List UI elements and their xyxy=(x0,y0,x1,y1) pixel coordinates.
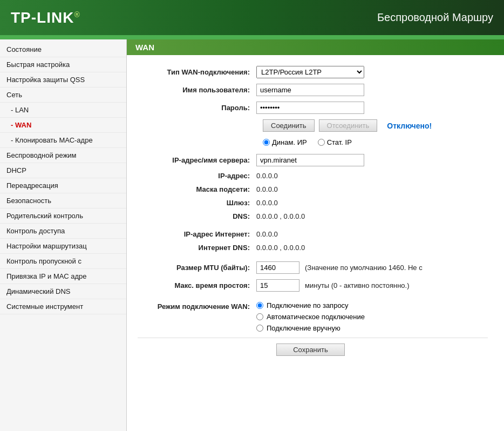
username-label: Имя пользователя: xyxy=(138,86,256,94)
sidebar-item-status[interactable]: Состояние xyxy=(0,42,126,57)
save-button[interactable]: Сохранить xyxy=(276,344,345,356)
idle-input[interactable] xyxy=(256,279,299,292)
mode-radio-group: Подключение по запросу Автоматическое по… xyxy=(256,301,365,332)
ip-row: IP-адрес: 0.0.0.0 xyxy=(138,172,488,180)
content-area: WAN Тип WAN-подключения: L2TP/Россия L2T… xyxy=(127,39,504,431)
green-bar xyxy=(0,35,504,39)
idle-row: Макс. время простоя: минуты (0 - активно… xyxy=(138,279,488,292)
idle-label: Макс. время простоя: xyxy=(138,281,256,289)
dns-row: DNS: 0.0.0.0 , 0.0.0.0 xyxy=(138,212,488,220)
sidebar-item-parental[interactable]: Родительский контроль xyxy=(0,208,126,224)
internet-dns-value: 0.0.0.0 , 0.0.0.0 xyxy=(256,244,305,252)
sidebar: СостояниеБыстрая настройкаНастройка защи… xyxy=(0,39,127,431)
internet-dns-label: Интернет DNS: xyxy=(138,244,256,252)
sidebar-item-wan[interactable]: - WAN xyxy=(0,118,126,133)
wan-type-select[interactable]: L2TP/Россия L2TP xyxy=(256,66,364,78)
sidebar-item-mac-clone[interactable]: - Клонировать МАС-адре xyxy=(0,133,126,148)
header-title: Беспроводной Маршру xyxy=(377,11,493,24)
internet-dns-row: Интернет DNS: 0.0.0.0 , 0.0.0.0 xyxy=(138,244,488,252)
sidebar-item-network[interactable]: Сеть xyxy=(0,87,126,103)
mtu-label: Размер MTU (байты): xyxy=(138,264,256,272)
sidebar-item-ddns[interactable]: Динамический DNS xyxy=(0,284,126,299)
connection-status: Отключено! xyxy=(387,122,432,130)
dns-label: DNS: xyxy=(138,212,256,220)
gateway-label: Шлюз: xyxy=(138,199,256,207)
sidebar-item-security[interactable]: Безопасность xyxy=(0,193,126,208)
wan-type-label: Тип WAN-подключения: xyxy=(138,68,256,76)
mode-label: Режим подключение WAN: xyxy=(138,301,256,311)
mode-option2-label[interactable]: Автоматическое подключение xyxy=(256,313,365,321)
connect-button[interactable]: Соединить xyxy=(263,119,315,132)
connect-buttons-row: Соединить Отсоединить Отключено! xyxy=(263,119,488,132)
mode-option1-radio[interactable] xyxy=(256,302,263,309)
sidebar-item-forwarding[interactable]: Переадресация xyxy=(0,178,126,193)
mode-option1-label[interactable]: Подключение по запросу xyxy=(256,301,365,309)
gateway-value: 0.0.0.0 xyxy=(256,199,278,207)
server-ip-row: IP-адрес/имя сервера: xyxy=(138,154,488,166)
ip-value: 0.0.0.0 xyxy=(256,172,278,180)
username-input[interactable] xyxy=(256,84,364,96)
ip-type-row: Динам. ИP Стат. IP xyxy=(263,138,488,146)
sidebar-item-routing[interactable]: Настройки маршрутизац xyxy=(0,239,126,254)
idle-hint: минуты (0 - активно постоянно.) xyxy=(305,281,409,289)
internet-ip-value: 0.0.0.0 xyxy=(256,230,278,238)
dynamic-ip-radio[interactable] xyxy=(263,139,270,146)
form-area: Тип WAN-подключения: L2TP/Россия L2TP Им… xyxy=(127,55,504,364)
mtu-row: Размер MTU (байты): (Значение по умолчан… xyxy=(138,261,488,274)
server-ip-input[interactable] xyxy=(256,154,364,166)
internet-ip-label: IP-адрес Интернет: xyxy=(138,230,256,238)
server-ip-label: IP-адрес/имя сервера: xyxy=(138,156,256,164)
sidebar-item-ip-mac[interactable]: Привязка IP и МАС адре xyxy=(0,269,126,284)
gateway-row: Шлюз: 0.0.0.0 xyxy=(138,199,488,207)
sidebar-item-access-control[interactable]: Контроль доступа xyxy=(0,224,126,239)
sidebar-item-quick-setup[interactable]: Быстрая настройка xyxy=(0,57,126,72)
ip-label: IP-адрес: xyxy=(138,172,256,180)
main-layout: СостояниеБыстрая настройкаНастройка защи… xyxy=(0,39,504,431)
mode-option3-label[interactable]: Подключение вручную xyxy=(256,324,365,332)
static-ip-label[interactable]: Стат. IP xyxy=(318,138,352,146)
sidebar-item-lan[interactable]: - LAN xyxy=(0,103,126,118)
page-title: WAN xyxy=(127,39,504,55)
sidebar-item-bandwidth[interactable]: Контроль пропускной с xyxy=(0,254,126,269)
disconnect-button[interactable]: Отсоединить xyxy=(319,119,378,132)
subnet-label: Маска подсети: xyxy=(138,185,256,193)
mtu-input[interactable] xyxy=(256,261,299,274)
internet-ip-row: IP-адрес Интернет: 0.0.0.0 xyxy=(138,230,488,238)
sidebar-item-system-tools[interactable]: Системные инструмент xyxy=(0,299,126,314)
static-ip-radio[interactable] xyxy=(318,139,325,146)
sidebar-item-qss[interactable]: Настройка защиты QSS xyxy=(0,72,126,87)
sidebar-item-wireless[interactable]: Беспроводной режим xyxy=(0,148,126,163)
wan-type-row: Тип WAN-подключения: L2TP/Россия L2TP xyxy=(138,66,488,78)
subnet-value: 0.0.0.0 xyxy=(256,185,278,193)
dynamic-ip-label[interactable]: Динам. ИP xyxy=(263,138,307,146)
mode-row: Режим подключение WAN: Подключение по за… xyxy=(138,301,488,332)
subnet-row: Маска подсети: 0.0.0.0 xyxy=(138,185,488,193)
password-row: Пароль: xyxy=(138,102,488,114)
sidebar-item-dhcp[interactable]: DHCP xyxy=(0,163,126,178)
password-input[interactable] xyxy=(256,102,364,114)
mode-option2-radio[interactable] xyxy=(256,313,263,320)
mode-option3-radio[interactable] xyxy=(256,325,263,332)
wan-type-value: L2TP/Россия L2TP xyxy=(256,66,364,78)
password-label: Пароль: xyxy=(138,104,256,112)
dns-value: 0.0.0.0 , 0.0.0.0 xyxy=(256,212,305,220)
mtu-hint: (Значение по умолчанию 1460. Не с xyxy=(305,264,423,272)
header: TP-LINK® Беспроводной Маршру xyxy=(0,0,504,35)
username-row: Имя пользователя: xyxy=(138,84,488,96)
logo: TP-LINK® xyxy=(11,9,80,26)
save-bar: Сохранить xyxy=(138,338,488,359)
